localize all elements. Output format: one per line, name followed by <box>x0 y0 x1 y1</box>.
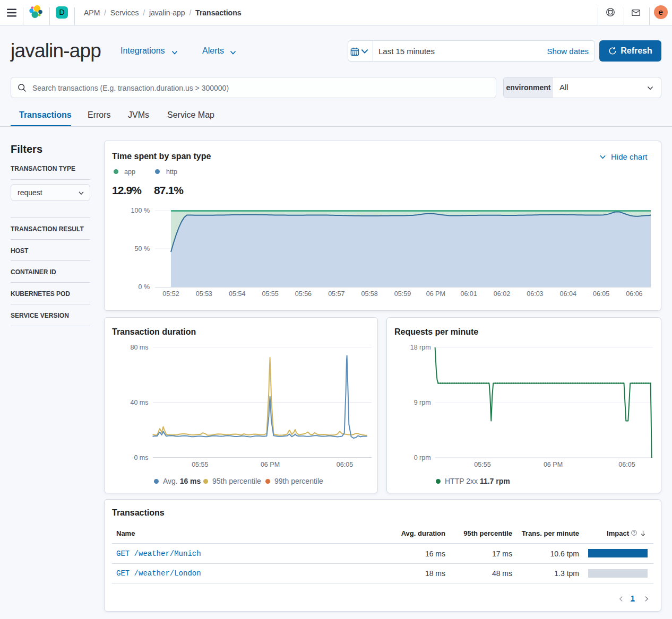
svg-text:9 rpm: 9 rpm <box>414 399 431 406</box>
svg-text:06 PM: 06 PM <box>426 290 445 298</box>
svg-text:0 rpm: 0 rpm <box>414 454 431 461</box>
svg-text:06:04: 06:04 <box>560 290 576 298</box>
svg-text:06:01: 06:01 <box>460 290 477 298</box>
svg-text:05:57: 05:57 <box>328 290 344 298</box>
svg-text:06 PM: 06 PM <box>261 461 280 468</box>
svg-text:06 PM: 06 PM <box>544 461 563 468</box>
svg-text:05:55: 05:55 <box>474 461 490 468</box>
svg-text:05:55: 05:55 <box>262 290 278 298</box>
svg-text:50 %: 50 % <box>135 245 150 252</box>
svg-text:0 %: 0 % <box>138 283 150 291</box>
svg-text:05:56: 05:56 <box>295 290 312 298</box>
svg-text:100 %: 100 % <box>131 207 150 214</box>
svg-text:05:54: 05:54 <box>229 290 245 298</box>
svg-text:05:52: 05:52 <box>162 290 179 298</box>
svg-text:06:06: 06:06 <box>626 290 642 298</box>
svg-text:40 ms: 40 ms <box>130 399 148 406</box>
svg-text:06:05: 06:05 <box>593 290 609 298</box>
svg-text:80 ms: 80 ms <box>130 344 148 351</box>
svg-text:0 ms: 0 ms <box>134 454 148 461</box>
svg-text:05:53: 05:53 <box>196 290 212 298</box>
svg-text:18 rpm: 18 rpm <box>410 344 431 351</box>
svg-text:05:58: 05:58 <box>361 290 377 298</box>
svg-text:06:05: 06:05 <box>618 461 635 468</box>
svg-text:06:02: 06:02 <box>494 290 510 298</box>
svg-text:06:05: 06:05 <box>337 461 353 468</box>
svg-text:05:55: 05:55 <box>192 461 208 468</box>
svg-text:05:59: 05:59 <box>394 290 411 298</box>
svg-text:06:03: 06:03 <box>527 290 543 298</box>
